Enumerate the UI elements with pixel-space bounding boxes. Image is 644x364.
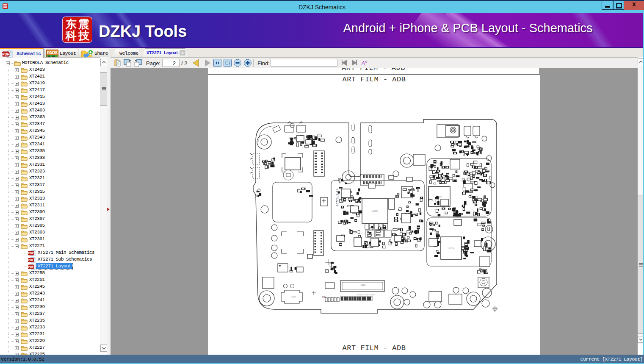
svg-text:PDF: PDF (28, 258, 34, 261)
svg-text:AXE: AXE (322, 296, 326, 299)
svg-text:PDF: PDF (28, 252, 34, 255)
svg-text:PDF: PDF (28, 265, 34, 268)
svg-text:U619: U619 (448, 247, 454, 250)
svg-text:96770_1_10: 96770_1_10 (336, 189, 339, 206)
svg-text:J400: J400 (360, 284, 365, 287)
svg-text:PDF: PDF (2, 52, 9, 56)
svg-text:TRCODE DK40X DN40X: TRCODE DK40X DN40X (357, 294, 375, 296)
svg-text:PADS: PADS (47, 50, 58, 55)
svg-text:U800: U800 (372, 210, 378, 213)
svg-text:H200: H200 (291, 296, 296, 298)
